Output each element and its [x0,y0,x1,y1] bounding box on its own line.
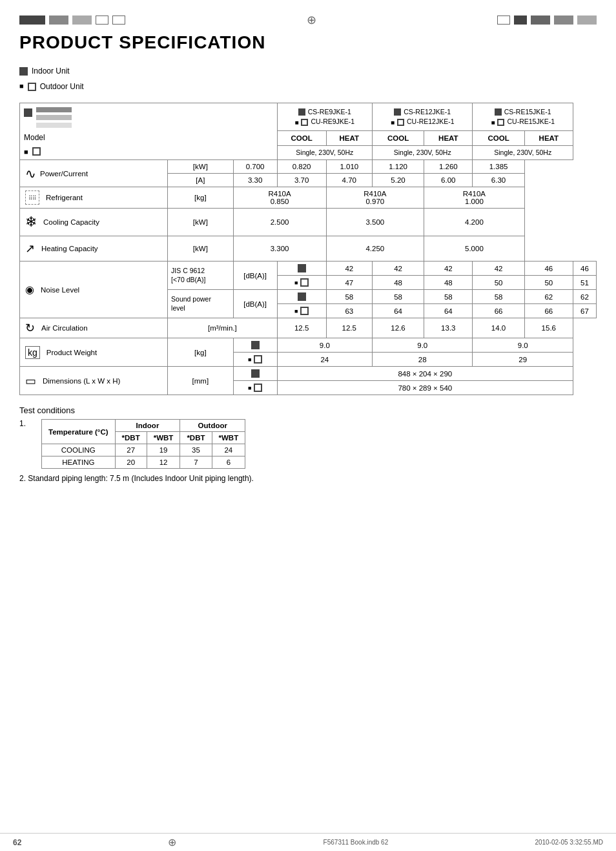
weight-outdoor-3: 29 [473,353,573,367]
cooling-val-3: 4.200 [424,209,525,236]
wbt-header-1: *WBT [147,432,180,444]
supply-2: Single, 230V, 50Hz [372,145,473,159]
air-unit: [m³/min.] [168,318,278,338]
indoor-header: Indoor [115,420,180,432]
heating-val-2: 4.250 [326,236,424,261]
indoor-label: Indoor Unit [32,65,70,79]
weight-indoor-1: 9.0 [277,338,372,353]
footer-right: 2010-02-05 3:32:55.MD [535,839,603,846]
legend: Indoor Unit ■ Outdoor Unit [19,65,597,94]
heating-val-3: 5.000 [424,236,525,261]
outdoor-header: Outdoor [180,420,245,432]
test-table: Temperature (°C) Indoor Outdoor *DBT *WB… [41,419,245,469]
heating-icon: ↗ [25,241,35,256]
model2-outdoor: CU-RE12JKE-1 [407,117,455,127]
heating-label: Heating Capacity [41,245,98,252]
model3-outdoor: CU-RE15JKE-1 [507,117,555,127]
outdoor-icon [28,83,36,91]
refrigerant-val-3: R410A 1.000 [424,187,525,209]
test-row-heating: HEATING 20 12 7 6 [42,456,245,469]
page-title: PRODUCT SPECIFICATION [19,32,597,53]
dimensions-indoor: 848 × 204 × 290 [277,367,573,381]
weight-outdoor-2: 28 [372,353,473,367]
heating-val-1: 3.300 [233,236,326,261]
footer-left: F567311 Book.indb 62 [323,839,389,846]
indoor-icon [19,67,28,76]
model-outdoor-icon [32,147,41,156]
temp-header: Temperature (°C) [42,420,116,444]
outdoor-sq-noise2 [300,307,309,315]
cooling-val-2: 3.500 [326,209,424,236]
test-note1-prefix: 1. [19,419,26,428]
heating-unit: [kW] [168,236,234,261]
air-icon: ↻ [25,321,35,335]
weight-outdoor-1: 24 [277,353,372,367]
weight-label: Product Weight [46,349,97,356]
power-label: Power/Current [40,170,88,178]
cool-header-3: COOL [473,131,524,145]
heat-header-2: HEAT [424,131,473,145]
model1-indoor: CS-RE9JKE-1 [308,107,351,118]
indoor-sq-dim [251,369,260,378]
weight-indoor-2: 9.0 [372,338,473,353]
model3-indoor: CS-RE15JKE-1 [504,107,551,118]
noise-unit-2: [dB(A)] [233,290,277,318]
heat-header-3: HEAT [524,131,573,145]
cool-header-1: COOL [277,131,326,145]
model-indoor-icon [24,108,32,117]
power-unit-kw: [kW] [168,160,234,174]
model1-outdoor: CU-RE9JKE-1 [311,117,354,127]
refrigerant-icon: ⠿⠿ [25,190,39,205]
page-number: 62 [13,838,21,847]
cooling-unit: [kW] [168,209,234,236]
dbt-header-1: *DBT [115,432,147,444]
refrigerant-val-1: R410A 0.850 [233,187,326,209]
wbt-header-2: *WBT [212,432,245,444]
noise-label: Noise Level [41,286,79,294]
refrigerant-label: Refrigerant [46,194,83,201]
test-note2: 2. Standard piping length: 7.5 m (Includ… [19,474,597,483]
dbt-header-2: *DBT [180,432,212,444]
dimensions-unit: [mm] [168,367,234,395]
cooling-val-1: 2.500 [233,209,326,236]
supply-1: Single, 230V, 50Hz [277,145,372,159]
cooling-label: Cooling Capacity [43,218,99,226]
noise-icon: ◉ [25,283,34,296]
power-icon: ∿ [25,166,36,181]
test-row-cooling: COOLING 27 19 35 24 [42,444,245,456]
dimensions-icon: ▭ [25,374,36,388]
weight-indoor-3: 9.0 [473,338,573,353]
dimensions-outdoor: 780 × 289 × 540 [277,381,573,395]
indoor-sq-noise1 [298,264,306,272]
indoor-sq-noise2 [298,292,306,301]
outdoor-label: Outdoor Unit [40,80,84,94]
spec-table: Model ■ CS-RE9JKE-1 ■ CU-RE9JKE-1 [19,103,597,395]
model2-indoor: CS-RE12JKE-1 [404,107,451,118]
sound-label: Sound powerlevel [171,295,211,312]
test-title: Test conditions [19,405,597,415]
weight-icon: kg [25,346,40,359]
noise-unit-1: [dB(A)] [233,261,277,290]
model-label: Model [24,133,45,142]
dimensions-label: Dimensions (L x W x H) [43,377,120,385]
weight-unit: [kg] [168,338,234,367]
jis-label: JIS C 9612[<70 dB(A)] [171,267,205,283]
heat-header-1: HEAT [326,131,372,145]
cool-header-2: COOL [372,131,424,145]
refrigerant-val-2: R410A 0.970 [326,187,424,209]
refrigerant-unit: [kg] [168,187,234,209]
outdoor-sq-noise1 [300,278,309,287]
outdoor-sq-weight [254,355,262,364]
power-unit-a: [A] [168,174,234,187]
indoor-sq-weight [251,341,260,349]
supply-3: Single, 230V, 50Hz [473,145,573,159]
air-label: Air Circulation [41,324,88,332]
cooling-icon: ❄ [25,214,37,231]
test-conditions: Test conditions 1. Temperature (°C) Indo… [19,405,597,483]
outdoor-sq-dim [254,384,262,392]
